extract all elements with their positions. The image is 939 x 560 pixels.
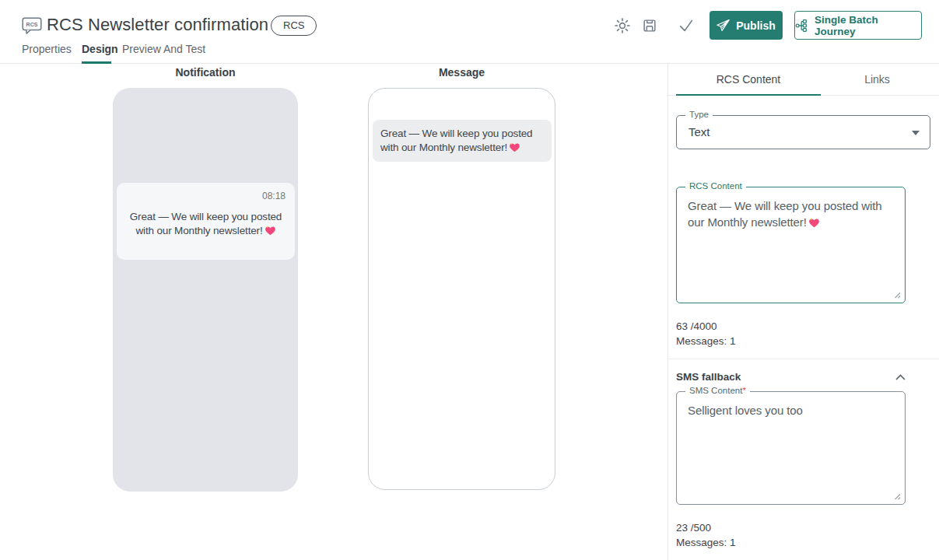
tab-links-label: Links — [864, 73, 890, 86]
notification-time: 08:18 — [126, 191, 286, 201]
journey-label: Single Batch Journey — [815, 14, 921, 37]
sparkling-heart-emoji-icon — [808, 218, 820, 228]
tab-properties[interactable]: Properties — [22, 43, 72, 55]
message-phone-preview: Great — We will keep you posted with our… — [368, 88, 555, 490]
sparkling-heart-emoji-icon — [509, 142, 520, 152]
type-select-label: Type — [685, 110, 713, 119]
required-marker: * — [742, 386, 745, 395]
rcs-app-icon: RCS — [22, 16, 42, 35]
rcs-message-count: Messages: 1 — [676, 335, 736, 347]
sidebar-tabs: RCS Content Links — [668, 64, 939, 96]
type-select-value: Text — [688, 125, 710, 138]
notification-card: 08:18 Great — We will keep you posted wi… — [117, 183, 295, 260]
sparkling-heart-emoji-icon — [265, 226, 276, 236]
header: RCS RCS Newsletter confirmation RCS Prop… — [0, 0, 939, 64]
rcs-content-field-label: RCS Content — [685, 181, 746, 191]
save-icon[interactable] — [641, 17, 658, 34]
publish-button[interactable]: Publish — [710, 11, 783, 40]
svg-text:RCS: RCS — [26, 22, 38, 27]
rcs-content-textarea[interactable]: RCS Content Great — We will keep you pos… — [676, 187, 906, 303]
tab-links[interactable]: Links — [821, 64, 934, 95]
rcs-char-counter: 63 /4000 — [676, 320, 717, 332]
active-tab-underline — [82, 61, 111, 64]
notification-panel-title: Notification — [113, 66, 298, 79]
message-bubble: Great — We will keep you posted with our… — [373, 120, 552, 162]
tab-preview-and-test[interactable]: Preview And Test — [122, 43, 205, 55]
message-panel-title: Message — [368, 66, 555, 79]
rcs-message-editor: RCS RCS Newsletter confirmation RCS Prop… — [0, 0, 939, 560]
tab-rcs-content[interactable]: RCS Content — [676, 64, 821, 95]
paper-plane-icon — [717, 19, 730, 31]
single-batch-journey-button[interactable]: Single Batch Journey — [794, 11, 922, 40]
resize-handle-icon[interactable] — [892, 492, 901, 500]
sms-char-counter: 23 /500 — [676, 522, 711, 534]
journey-flow-icon — [795, 19, 808, 33]
tab-design[interactable]: Design — [82, 43, 118, 55]
chevron-down-icon — [912, 131, 920, 135]
notification-phone-preview: 08:18 Great — We will keep you posted wi… — [113, 88, 298, 492]
content-sidebar: RCS Content Links Type Text RCS Content … — [667, 64, 939, 560]
sidebar-active-tab-underline — [676, 94, 821, 96]
section-divider — [668, 359, 939, 359]
page-title: RCS Newsletter confirmation — [47, 15, 268, 35]
sms-fallback-heading: SMS fallback — [676, 371, 741, 383]
sms-content-text: Selligent loves you too — [688, 402, 894, 418]
resize-handle-icon[interactable] — [892, 290, 901, 299]
rcs-content-text: Great — We will keep you posted with our… — [688, 198, 894, 230]
tab-rcs-content-label: RCS Content — [717, 73, 780, 86]
channel-badge: RCS — [271, 16, 317, 36]
sms-content-textarea[interactable]: SMS Content* Selligent loves you too — [676, 391, 906, 505]
settings-gear-icon[interactable] — [613, 16, 632, 35]
notification-message-text: Great — We will keep you posted with our… — [126, 210, 286, 238]
sms-content-field-label: SMS Content* — [685, 386, 750, 395]
type-select[interactable]: Type Text — [676, 115, 930, 149]
collapse-chevron-up-icon[interactable] — [895, 374, 906, 380]
publish-label: Publish — [736, 19, 776, 32]
sms-message-count: Messages: 1 — [676, 537, 736, 548]
check-icon[interactable] — [678, 18, 695, 33]
